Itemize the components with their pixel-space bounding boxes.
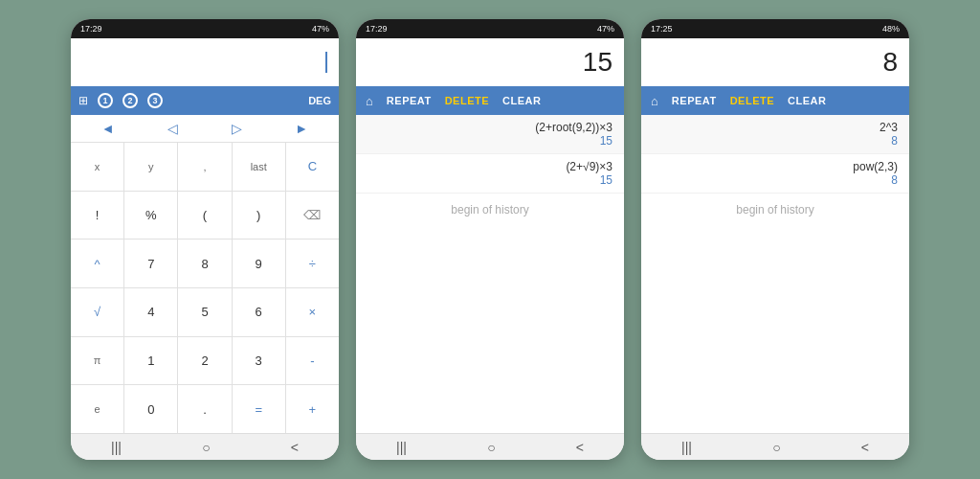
nav-back-1[interactable]: < — [291, 440, 299, 455]
hist-list-3: 2^3 8 pow(2,3) 8 begin of history — [641, 115, 909, 433]
display-value-3: 8 — [882, 47, 898, 78]
hist-result: 15 — [368, 173, 612, 187]
key-0[interactable]: 0 — [124, 385, 177, 433]
key-rparen[interactable]: ) — [233, 192, 285, 240]
battery-3: 48% — [882, 24, 900, 34]
time-3: 17:25 — [651, 24, 673, 34]
nav-next[interactable]: ▷ — [226, 119, 248, 138]
key-8[interactable]: 8 — [178, 240, 231, 287]
hist-expr: pow(2,3) — [653, 160, 898, 173]
key-factorial[interactable]: ! — [71, 192, 123, 240]
key-multiply[interactable]: × — [286, 288, 339, 336]
key-equals[interactable]: = — [233, 385, 285, 433]
phone2: 17:29 47% 15 ⌂ REPEAT DELETE CLEAR (2+ro… — [356, 19, 624, 460]
nav-bottom-2: ||| ○ < — [356, 433, 624, 460]
battery-1: 47% — [312, 24, 329, 34]
calc-keys: x y , last C ! % ( ) ⌫ ^ 7 8 9 ÷ √ 4 5 6… — [71, 143, 339, 433]
key-power[interactable]: ^ — [71, 240, 123, 287]
display-value-2: 15 — [583, 47, 612, 78]
battery-2: 47% — [597, 24, 614, 34]
status-bar-2: 17:29 47% — [356, 19, 624, 38]
key-x[interactable]: x — [71, 143, 123, 191]
key-clear[interactable]: C — [286, 143, 339, 191]
clear-btn-2[interactable]: CLEAR — [502, 95, 541, 106]
nav-next-next[interactable]: ► — [289, 119, 314, 138]
key-2[interactable]: 2 — [178, 337, 231, 385]
nav-back-2[interactable]: < — [576, 440, 584, 455]
hist-result: 8 — [653, 173, 898, 187]
cursor — [325, 52, 327, 73]
key-minus[interactable]: - — [286, 337, 339, 385]
key-last[interactable]: last — [233, 143, 285, 191]
key-7[interactable]: 7 — [124, 240, 177, 287]
home-icon-2[interactable]: ⌂ — [366, 94, 373, 108]
key-3[interactable]: 3 — [233, 337, 285, 385]
home-icon-3[interactable]: ⌂ — [651, 94, 658, 108]
list-item[interactable]: pow(2,3) 8 — [641, 154, 909, 194]
key-6[interactable]: 6 — [233, 288, 285, 336]
key-4[interactable]: 4 — [124, 288, 177, 336]
delete-btn-3[interactable]: DELETE — [730, 95, 774, 106]
hist-toolbar-2: ⌂ REPEAT DELETE CLEAR — [356, 86, 624, 115]
circle2-btn[interactable]: 2 — [122, 93, 138, 108]
deg-label[interactable]: DEG — [308, 95, 331, 106]
list-item[interactable]: (2+√9)×3 15 — [356, 154, 624, 194]
nav-prev-prev[interactable]: ◄ — [96, 119, 121, 138]
hist-result: 8 — [653, 134, 898, 148]
key-sqrt[interactable]: √ — [71, 288, 123, 336]
list-item[interactable]: (2+root(9,2))×3 15 — [356, 115, 624, 154]
list-item[interactable]: 2^3 8 — [641, 115, 909, 154]
phone1: 17:29 47% ⊞ 1 2 3 DEG ◄ ◁ ▷ ► x y , last… — [71, 19, 339, 460]
begin-of-history-3: begin of history — [641, 194, 909, 226]
key-e[interactable]: e — [71, 385, 123, 433]
hist-expr: (2+√9)×3 — [368, 160, 612, 173]
time-2: 17:29 — [366, 24, 388, 34]
nav-home-2[interactable]: ○ — [487, 440, 495, 455]
key-pi[interactable]: π — [71, 337, 123, 385]
time-1: 17:29 — [80, 24, 102, 34]
nav-home-1[interactable]: ○ — [202, 440, 210, 455]
key-plus[interactable]: + — [286, 385, 339, 433]
hist-expr: (2+root(9,2))×3 — [368, 121, 612, 134]
circle3-btn[interactable]: 3 — [147, 93, 163, 108]
nav-menu-1[interactable]: ||| — [111, 440, 122, 455]
calc-display — [71, 38, 339, 86]
key-5[interactable]: 5 — [178, 288, 231, 336]
key-divide[interactable]: ÷ — [286, 240, 339, 287]
repeat-btn-2[interactable]: REPEAT — [387, 95, 432, 106]
hist-list-2: (2+root(9,2))×3 15 (2+√9)×3 15 begin of … — [356, 115, 624, 433]
key-lparen[interactable]: ( — [178, 192, 231, 240]
key-9[interactable]: 9 — [233, 240, 285, 287]
repeat-btn-3[interactable]: REPEAT — [672, 95, 717, 106]
status-bar-3: 17:25 48% — [641, 19, 909, 38]
begin-of-history-2: begin of history — [356, 194, 624, 226]
circle1-btn[interactable]: 1 — [98, 93, 113, 108]
status-bar-1: 17:29 47% — [71, 19, 339, 38]
nav-prev[interactable]: ◁ — [162, 119, 184, 138]
key-y[interactable]: y — [124, 143, 177, 191]
nav-bottom-1: ||| ○ < — [71, 433, 339, 460]
hist-display-2: 15 — [356, 38, 624, 86]
key-percent[interactable]: % — [124, 192, 177, 240]
hist-display-3: 8 — [641, 38, 909, 86]
nav-bottom-3: ||| ○ < — [641, 433, 909, 460]
key-backspace[interactable]: ⌫ — [286, 192, 339, 240]
calc-toolbar: ⊞ 1 2 3 DEG — [71, 86, 339, 115]
delete-btn-2[interactable]: DELETE — [445, 95, 489, 106]
key-1[interactable]: 1 — [124, 337, 177, 385]
hist-toolbar-3: ⌂ REPEAT DELETE CLEAR — [641, 86, 909, 115]
calc-nav: ◄ ◁ ▷ ► — [71, 115, 339, 143]
key-comma[interactable]: , — [178, 143, 231, 191]
nav-home-3[interactable]: ○ — [772, 440, 780, 455]
hist-expr: 2^3 — [653, 121, 898, 134]
clear-btn-3[interactable]: CLEAR — [788, 95, 826, 106]
hist-result: 15 — [368, 134, 612, 148]
nav-menu-3[interactable]: ||| — [681, 440, 692, 455]
grid-icon[interactable]: ⊞ — [78, 94, 88, 107]
key-dot[interactable]: . — [178, 385, 231, 433]
nav-back-3[interactable]: < — [861, 440, 869, 455]
phone3: 17:25 48% 8 ⌂ REPEAT DELETE CLEAR 2^3 8 … — [641, 19, 909, 460]
nav-menu-2[interactable]: ||| — [396, 440, 407, 455]
